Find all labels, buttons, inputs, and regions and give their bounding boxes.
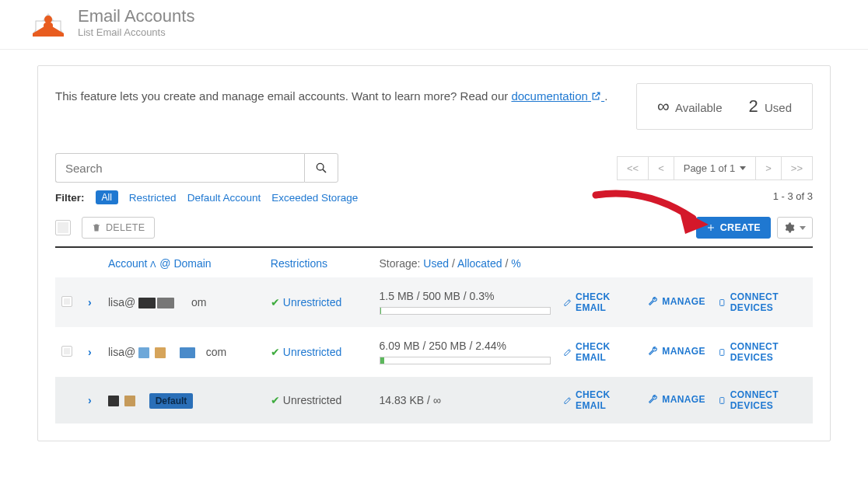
- main-panel: This feature lets you create and manage …: [37, 65, 831, 441]
- default-badge: Default: [149, 393, 194, 409]
- storage-text: 1.5 MB / 500 MB / 0.3%: [380, 290, 495, 302]
- restriction-cell[interactable]: ✔Unrestricted: [271, 346, 341, 358]
- search-icon: [315, 162, 327, 174]
- storage-cell: 6.09 MB / 250 MB / 2.44%: [373, 327, 557, 377]
- device-icon: [718, 396, 726, 406]
- check-email-link[interactable]: CHECK EMAIL: [563, 389, 636, 411]
- stat-available: ∞ Available: [657, 96, 723, 117]
- account-domain-suffix: com: [206, 346, 226, 358]
- storage-cell: 14.83 KB / ∞: [373, 377, 557, 423]
- search-input[interactable]: [55, 153, 304, 183]
- svg-point-5: [317, 163, 324, 170]
- filter-restricted[interactable]: Restricted: [129, 192, 177, 204]
- svg-point-3: [44, 16, 52, 23]
- mail-account-icon: [30, 7, 67, 38]
- table-row: › lisa@ com ✔Unrestricted 6.09 MB / 250 …: [55, 327, 813, 377]
- col-account[interactable]: Account: [108, 257, 148, 270]
- plus-icon: [706, 223, 716, 232]
- device-icon: [718, 347, 726, 357]
- manage-link[interactable]: MANAGE: [648, 296, 705, 307]
- restriction-label: Unrestricted: [283, 394, 341, 406]
- pager-page-label: Page 1 of 1: [684, 162, 736, 174]
- delete-button-label: DELETE: [106, 222, 145, 233]
- expand-toggle[interactable]: ›: [88, 296, 92, 308]
- col-at: @: [159, 257, 170, 270]
- stats-box: ∞ Available 2 Used: [636, 83, 813, 130]
- check-email-link[interactable]: CHECK EMAIL: [563, 291, 636, 313]
- filter-default-account[interactable]: Default Account: [187, 192, 261, 204]
- account-domain-suffix: om: [191, 296, 206, 308]
- restriction-label: Unrestricted: [283, 296, 341, 308]
- edit-icon: [563, 347, 572, 357]
- wrench-icon: [648, 296, 658, 306]
- documentation-link-label: documentation: [511, 89, 587, 103]
- pager-prev[interactable]: <: [648, 156, 674, 180]
- accounts-table: Account ᐱ @ Domain Restrictions Storage:…: [55, 248, 813, 423]
- wrench-icon: [648, 394, 658, 404]
- col-restrictions[interactable]: Restrictions: [271, 257, 327, 270]
- intro-text: This feature lets you create and manage …: [55, 83, 636, 103]
- search-button[interactable]: [304, 153, 338, 183]
- table-row: › lisa@ om ✔Unrestricted 1.5 MB / 500 MB…: [55, 277, 813, 327]
- create-button[interactable]: CREATE: [696, 217, 771, 239]
- col-percent[interactable]: %: [511, 257, 520, 270]
- connect-devices-link[interactable]: CONNECT DEVICES: [718, 389, 807, 411]
- check-icon: ✔: [271, 394, 280, 406]
- wrench-icon: [648, 346, 658, 356]
- svg-point-9: [722, 304, 723, 305]
- expand-toggle[interactable]: ›: [88, 394, 92, 406]
- result-range: 1 - 3 of 3: [773, 190, 813, 204]
- intro-after: .: [604, 89, 607, 103]
- filter-label: Filter:: [55, 192, 85, 204]
- row-checkbox[interactable]: [61, 296, 72, 307]
- expand-toggle[interactable]: ›: [88, 346, 92, 358]
- col-allocated[interactable]: Allocated: [457, 257, 502, 270]
- col-storage-prefix: Storage:: [380, 257, 424, 270]
- intro-before: This feature lets you create and manage …: [55, 89, 511, 103]
- storage-cell: 1.5 MB / 500 MB / 0.3%: [373, 277, 557, 327]
- external-link-icon: [591, 91, 601, 101]
- restriction-cell[interactable]: ✔Unrestricted: [271, 296, 341, 308]
- storage-bar: [380, 307, 551, 315]
- col-used[interactable]: Used: [423, 257, 449, 270]
- page-header: Email Accounts List Email Accounts: [0, 0, 868, 50]
- used-label: Used: [765, 101, 792, 114]
- account-user: lisa@: [108, 346, 135, 358]
- table-row: › Default ✔Unrestricted 14.83 KB / ∞ CHE…: [55, 377, 813, 423]
- select-all-checkbox[interactable]: [55, 220, 71, 235]
- storage-text: 6.09 MB / 250 MB / 2.44%: [380, 340, 506, 352]
- storage-text: 14.83 KB / ∞: [380, 394, 441, 406]
- settings-button[interactable]: [777, 217, 813, 239]
- page-title: Email Accounts: [78, 6, 194, 26]
- sort-asc-icon: ᐱ: [150, 260, 156, 269]
- check-email-link[interactable]: CHECK EMAIL: [563, 341, 636, 363]
- documentation-link[interactable]: documentation: [511, 89, 604, 103]
- manage-link[interactable]: MANAGE: [648, 394, 705, 405]
- svg-rect-4: [44, 23, 53, 29]
- available-value: ∞: [657, 96, 670, 116]
- check-icon: ✔: [271, 346, 280, 358]
- filter-all[interactable]: All: [96, 190, 118, 204]
- stat-used: 2 Used: [749, 96, 792, 117]
- connect-devices-link[interactable]: CONNECT DEVICES: [718, 291, 807, 313]
- connect-devices-link[interactable]: CONNECT DEVICES: [718, 341, 807, 363]
- manage-link[interactable]: MANAGE: [648, 346, 705, 357]
- edit-icon: [563, 396, 572, 406]
- used-value: 2: [749, 96, 758, 116]
- delete-button[interactable]: DELETE: [82, 217, 155, 239]
- pager-next[interactable]: >: [755, 156, 782, 180]
- chevron-down-icon: [740, 166, 746, 170]
- col-domain[interactable]: Domain: [173, 257, 211, 270]
- restriction-label: Unrestricted: [283, 346, 341, 358]
- row-checkbox[interactable]: [61, 346, 72, 357]
- edit-icon: [563, 298, 572, 308]
- account-cell: lisa@ com: [102, 327, 264, 377]
- pager-page[interactable]: Page 1 of 1: [674, 156, 757, 180]
- storage-bar: [380, 357, 551, 364]
- pager-first[interactable]: <<: [617, 156, 649, 180]
- page-subtitle: List Email Accounts: [78, 26, 194, 38]
- pager-last[interactable]: >>: [781, 156, 813, 180]
- filter-exceeded[interactable]: Exceeded Storage: [271, 192, 358, 204]
- trash-icon: [92, 223, 101, 232]
- svg-point-11: [722, 354, 723, 354]
